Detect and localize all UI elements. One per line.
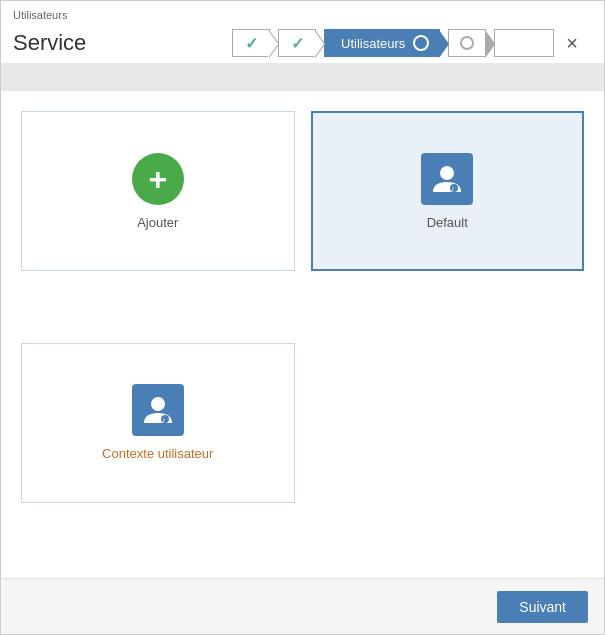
- user-icon-svg-context: ♪: [141, 393, 175, 427]
- user-icon-context: ♪: [132, 384, 184, 436]
- breadcrumb-bar: Utilisateurs: [1, 1, 604, 23]
- footer: Suivant: [1, 578, 604, 634]
- breadcrumb: Utilisateurs: [13, 9, 67, 21]
- step1-check-icon: ✓: [245, 34, 258, 53]
- card-default-label: Default: [427, 215, 468, 230]
- wizard-step-3-active: Utilisateurs: [324, 29, 440, 57]
- svg-text:♪: ♪: [162, 416, 166, 423]
- card-ajouter-label: Ajouter: [137, 215, 178, 230]
- step4-circle-icon: [460, 36, 474, 50]
- header-row: Service ✓ ✓ Utilisateurs: [1, 23, 604, 63]
- card-context[interactable]: ♪ Contexte utilisateur: [21, 343, 295, 503]
- card-default[interactable]: ♪ Default: [311, 111, 585, 271]
- user-icon-svg-default: ♪: [430, 162, 464, 196]
- page-title: Service: [13, 30, 232, 56]
- svg-text:♪: ♪: [451, 185, 455, 192]
- svg-point-0: [440, 166, 454, 180]
- add-icon: +: [132, 153, 184, 205]
- wizard-step-1: ✓: [232, 29, 270, 57]
- wizard-steps: ✓ ✓ Utilisateurs: [232, 29, 582, 57]
- user-icon-default: ♪: [421, 153, 473, 205]
- close-button[interactable]: ×: [562, 32, 582, 55]
- card-ajouter[interactable]: + Ajouter: [21, 111, 295, 271]
- main-content: + Ajouter ♪ Default: [1, 91, 604, 578]
- wizard-step-4: [448, 29, 486, 57]
- svg-point-3: [151, 397, 165, 411]
- step3-label: Utilisateurs: [341, 36, 405, 51]
- card-context-label: Contexte utilisateur: [102, 446, 213, 461]
- step3-circle-icon: [413, 35, 429, 51]
- suivant-button[interactable]: Suivant: [497, 591, 588, 623]
- wizard-step-2: ✓: [278, 29, 316, 57]
- gray-divider: [1, 63, 604, 91]
- cards-grid: + Ajouter ♪ Default: [21, 111, 584, 558]
- step2-check-icon: ✓: [291, 34, 304, 53]
- page-wrapper: Utilisateurs Service ✓ ✓ Utilisateur: [0, 0, 605, 635]
- title-area: Service: [13, 30, 232, 56]
- wizard-step-5: [494, 29, 554, 57]
